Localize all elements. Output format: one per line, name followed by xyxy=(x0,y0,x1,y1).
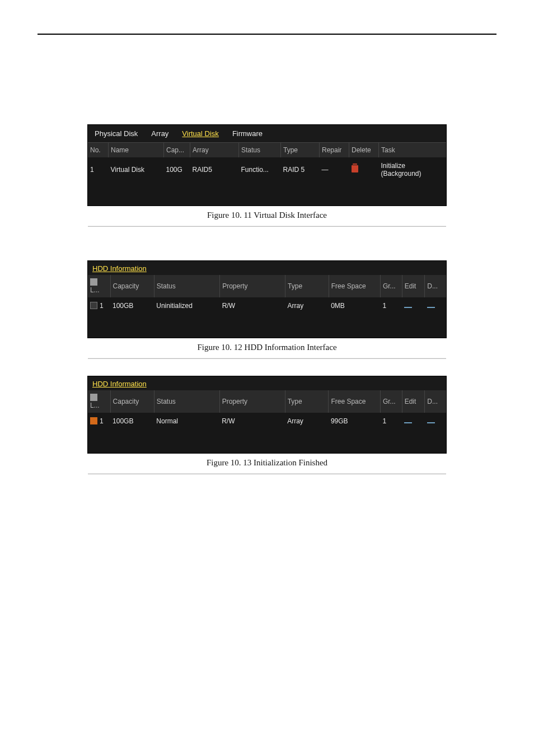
edit-icon[interactable] xyxy=(404,307,412,308)
virtual-disk-panel: Physical Disk Array Virtual Disk Firmwar… xyxy=(87,124,447,206)
col-type: Type xyxy=(285,275,329,297)
cell-capacity: 100GB xyxy=(110,297,154,314)
cell-status: Functio... xyxy=(239,157,281,182)
col-status: Status xyxy=(154,275,219,297)
checkbox-icon[interactable] xyxy=(90,417,97,424)
col-l[interactable]: L... xyxy=(88,275,110,297)
cell-delete[interactable] xyxy=(349,157,379,182)
cell-type: Array xyxy=(285,413,329,430)
hdd-title: HDD Information xyxy=(88,376,446,390)
tab-firmware[interactable]: Firmware xyxy=(231,127,264,142)
cell-cap: 100G xyxy=(164,157,190,182)
delete-icon[interactable] xyxy=(427,422,435,423)
cell-l[interactable]: 1 xyxy=(88,297,110,314)
col-type: Type xyxy=(285,390,329,413)
checkbox-header-icon[interactable] xyxy=(90,278,97,286)
cell-d[interactable] xyxy=(425,413,446,430)
tab-array[interactable]: Array xyxy=(150,127,170,142)
delete-icon[interactable] xyxy=(427,307,435,308)
col-array: Array xyxy=(190,143,239,157)
tab-bar: Physical Disk Array Virtual Disk Firmwar… xyxy=(88,125,446,143)
cell-name: Virtual Disk xyxy=(109,157,164,182)
col-d: D... xyxy=(425,275,446,297)
checkbox-header-icon[interactable] xyxy=(90,394,97,401)
col-capacity: Capacity xyxy=(110,275,154,297)
edit-icon[interactable] xyxy=(404,422,412,423)
table-row[interactable]: 1 100GB Uninitialized R/W Array 0MB 1 xyxy=(88,297,446,314)
hdd-info-panel-1: HDD Information L... Capacity Status Pro… xyxy=(87,260,447,338)
cell-l-label: 1 xyxy=(100,302,104,310)
tab-physical-disk[interactable]: Physical Disk xyxy=(93,127,139,142)
col-task: Task xyxy=(379,143,447,157)
cell-type: RAID 5 xyxy=(281,157,320,182)
col-gr: Gr... xyxy=(380,275,402,297)
col-edit: Edit xyxy=(402,275,425,297)
divider xyxy=(88,226,446,227)
cell-repair: — xyxy=(320,157,349,182)
col-repair: Repair xyxy=(320,143,349,157)
cell-property: R/W xyxy=(220,297,285,314)
col-property: Property xyxy=(219,390,285,413)
figure-caption: Figure 10. 12 HDD Information Interface xyxy=(88,343,446,352)
col-delete: Delete xyxy=(349,143,379,157)
divider xyxy=(88,358,446,359)
cell-free: 99GB xyxy=(329,413,380,430)
cell-l[interactable]: 1 xyxy=(88,413,110,430)
table-row[interactable]: 1 100GB Normal R/W Array 99GB 1 xyxy=(88,413,446,430)
cell-edit[interactable] xyxy=(402,413,425,430)
col-edit: Edit xyxy=(402,390,425,413)
col-type: Type xyxy=(281,143,320,157)
col-property: Property xyxy=(220,275,285,297)
cell-l-label: 1 xyxy=(100,417,104,425)
cell-property: R/W xyxy=(219,413,285,430)
cell-edit[interactable] xyxy=(402,297,425,314)
cell-gr: 1 xyxy=(380,413,402,430)
col-no: No. xyxy=(88,143,109,157)
virtual-disk-table: No. Name Cap... Array Status Type Repair… xyxy=(88,143,446,182)
col-l[interactable]: L... xyxy=(88,390,110,413)
cell-status: Uninitialized xyxy=(154,297,219,314)
cell-capacity: 100GB xyxy=(110,413,154,430)
divider xyxy=(88,473,446,474)
cell-free: 0MB xyxy=(329,297,380,314)
tab-virtual-disk[interactable]: Virtual Disk xyxy=(181,127,220,142)
col-l-label: L... xyxy=(90,286,100,294)
cell-task[interactable]: Initialize (Background) xyxy=(379,157,447,182)
table-row[interactable]: 1 Virtual Disk 100G RAID5 Functio... RAI… xyxy=(88,157,446,182)
checkbox-icon[interactable] xyxy=(90,302,97,309)
hdd-info-panel-2: HDD Information L... Capacity Status Pro… xyxy=(87,376,447,454)
col-capacity: Capacity xyxy=(110,390,154,413)
cell-array: RAID5 xyxy=(190,157,239,182)
cell-status: Normal xyxy=(154,413,219,430)
trash-icon[interactable] xyxy=(352,165,358,172)
col-cap: Cap... xyxy=(164,143,190,157)
cell-type: Array xyxy=(285,297,329,314)
cell-no: 1 xyxy=(88,157,109,182)
hdd-title: HDD Information xyxy=(88,261,446,275)
cell-d[interactable] xyxy=(425,297,446,314)
col-l-label: L... xyxy=(90,402,100,409)
hdd-table-2: L... Capacity Status Property Type Free … xyxy=(88,390,446,430)
figure-caption: Figure 10. 13 Initialization Finished xyxy=(88,458,446,468)
figure-caption: Figure 10. 11 Virtual Disk Interface xyxy=(88,211,446,220)
hdd-table-1: L... Capacity Status Property Type Free … xyxy=(88,275,446,314)
cell-gr: 1 xyxy=(380,297,402,314)
col-free: Free Space xyxy=(329,390,380,413)
top-divider xyxy=(38,34,496,35)
col-gr: Gr... xyxy=(380,390,402,413)
col-name: Name xyxy=(109,143,164,157)
col-free: Free Space xyxy=(329,275,380,297)
col-status: Status xyxy=(154,390,219,413)
col-status: Status xyxy=(239,143,281,157)
col-d: D... xyxy=(425,390,446,413)
